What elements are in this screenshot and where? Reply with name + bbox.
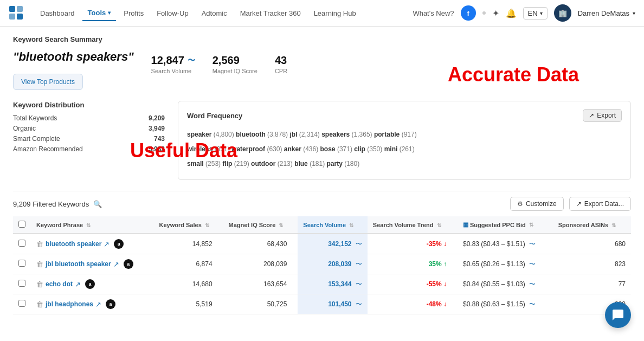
th-keyword-sales[interactable]: Keyword Sales ⇅ (154, 216, 223, 234)
search-volume-stat: 12,847 〜 Search Volume (151, 54, 195, 74)
user-chevron-icon: ▾ (633, 10, 635, 16)
tools-dropdown-icon: ▾ (108, 10, 111, 16)
wf-line: small (253) flip (219) outdoor (213) blu… (187, 158, 622, 170)
kd-row: Organic 3,949 (13, 125, 165, 132)
row-keyword-sales: 6,874 (154, 254, 223, 274)
th-keyword-phrase[interactable]: Keyword Phrase ⇅ (31, 216, 154, 234)
amazon-badge[interactable]: a (106, 299, 115, 309)
filtered-count: 9,209 Filtered Keywords 🔍 (13, 200, 102, 208)
nav-dashboard[interactable]: Dashboard (35, 6, 80, 21)
external-link-icon[interactable]: ↗ (95, 300, 101, 308)
avatar: 🏢 (554, 4, 571, 22)
row-checkbox[interactable] (18, 300, 25, 307)
facebook-icon[interactable]: f (461, 5, 476, 21)
nav-learning-hub[interactable]: Learning Hub (308, 6, 362, 21)
row-checkbox[interactable] (18, 240, 25, 247)
row-keyword-sales: 14,852 (154, 234, 223, 254)
export-data-icon: ↗ (576, 200, 582, 208)
row-magnet-iq: 68,430 (223, 234, 298, 254)
ppc-sparkline-icon: 〜 (529, 260, 536, 268)
keyword-distribution-title: Keyword Distribution (13, 101, 165, 109)
keywords-table: Keyword Phrase ⇅ Keyword Sales ⇅ Magnet … (13, 216, 631, 314)
keyword-link[interactable]: jbl bluetooth speaker (46, 260, 111, 268)
nav-profits[interactable]: Profits (118, 6, 149, 21)
row-ppc-bid: $0.88 ($0.63 – $1.15) 〜 (458, 294, 553, 314)
th-ppc-bid[interactable]: ▦ Suggested PPC Bid ⇅ (458, 216, 553, 234)
ppc-sparkline-icon: 〜 (529, 280, 536, 288)
nav-market-tracker[interactable]: Market Tracker 360 (235, 6, 306, 21)
customize-button[interactable]: ⚙ Customize (510, 197, 564, 211)
nav-tools[interactable]: Tools ▾ (82, 5, 117, 21)
nav-followup[interactable]: Follow-Up (151, 6, 194, 21)
select-all-checkbox[interactable] (18, 221, 25, 228)
magnet-iq-stat: 2,569 Magnet IQ Score (212, 54, 257, 74)
sort-icon: ⇅ (205, 222, 209, 228)
table-search-icon[interactable]: 🔍 (93, 200, 102, 208)
table-header-row: 9,209 Filtered Keywords 🔍 ⚙ Customize ↗ … (13, 191, 631, 216)
language-selector[interactable]: EN ▾ (523, 7, 548, 20)
svg-rect-0 (9, 6, 15, 12)
delete-icon[interactable]: 🗑 (36, 260, 43, 268)
search-volume-sparkline-icon: 〜 (356, 300, 362, 308)
keyword-link[interactable]: echo dot (46, 280, 73, 288)
wf-line: speaker (4,800) bluetooth (3,878) jbl (2… (187, 128, 622, 141)
th-search-volume[interactable]: Search Volume ⇅ (298, 216, 368, 234)
row-sponsored-asins: 823 (553, 254, 631, 274)
table-actions: ⚙ Customize ↗ Export Data... (510, 197, 631, 211)
external-link-icon[interactable]: ↗ (104, 240, 110, 248)
amazon-badge[interactable]: a (114, 239, 124, 249)
th-search-volume-trend[interactable]: Search Volume Trend ⇅ (368, 216, 458, 234)
sort-icon: ⇅ (437, 222, 441, 228)
keyword-link[interactable]: jbl headphones (46, 300, 93, 308)
search-volume-sparkline-icon: 〜 (356, 280, 362, 288)
ppc-icon: ▦ (463, 221, 468, 228)
search-volume-trend-icon: 〜 (188, 56, 195, 66)
sort-icon: ⇅ (279, 222, 283, 228)
row-magnet-iq: 163,654 (223, 274, 298, 294)
user-menu[interactable]: Darren DeMatas ▾ (578, 9, 635, 17)
th-magnet-iq[interactable]: Magnet IQ Score ⇅ (223, 216, 298, 234)
row-search-volume: 208,039 〜 (298, 254, 368, 274)
row-trend: -35% ↓ (368, 234, 458, 254)
sort-icon: ⇅ (349, 222, 353, 228)
row-checkbox[interactable] (18, 260, 25, 267)
keyword-link[interactable]: bluetooth speaker (46, 240, 101, 248)
th-sponsored-asins[interactable]: Sponsored ASINs ⇅ (553, 216, 631, 234)
sort-icon: ⇅ (529, 222, 533, 228)
delete-icon[interactable]: 🗑 (36, 280, 43, 288)
export-data-button[interactable]: ↗ Export Data... (569, 197, 631, 211)
keyword-stats: 12,847 〜 Search Volume 2,569 Magnet IQ S… (151, 54, 288, 74)
row-search-volume: 101,450 〜 (298, 294, 368, 314)
external-link-icon[interactable]: ↗ (75, 280, 81, 288)
navbar: Dashboard Tools ▾ Profits Follow-Up Adto… (0, 0, 644, 27)
delete-icon[interactable]: 🗑 (36, 240, 43, 248)
view-top-products-button[interactable]: View Top Products (13, 74, 83, 90)
kd-row: Smart Complete 743 (13, 135, 165, 143)
logo[interactable] (9, 5, 24, 21)
row-trend: 35% ↑ (368, 254, 458, 274)
search-volume-sparkline-icon: 〜 (356, 240, 362, 248)
ai-icon[interactable]: ✦ (492, 8, 499, 18)
export-icon: ↗ (589, 112, 594, 119)
keyword-summary-header: "bluetooth speakers" View Top Products 1… (13, 50, 631, 90)
amazon-badge[interactable]: a (124, 259, 133, 269)
row-ppc-bid: $0.84 ($0.55 – $1.03) 〜 (458, 274, 553, 294)
external-link-icon[interactable]: ↗ (113, 260, 119, 268)
row-checkbox-cell (13, 234, 31, 254)
amazon-badge[interactable]: a (85, 279, 95, 289)
delete-icon[interactable]: 🗑 (36, 300, 43, 308)
row-ppc-bid: $0.83 ($0.43 – $1.51) 〜 (458, 234, 553, 254)
nav-items: Dashboard Tools ▾ Profits Follow-Up Adto… (35, 5, 413, 21)
nav-adtomic[interactable]: Adtomic (196, 6, 233, 21)
search-volume-sparkline-icon: 〜 (356, 260, 362, 268)
table-row: 🗑 echo dot ↗ a 14,680 163,654 153,344 〜 … (13, 274, 631, 294)
row-checkbox[interactable] (18, 280, 25, 287)
word-frequency-export-button[interactable]: ↗ Export (583, 109, 622, 122)
notification-bell-icon[interactable]: 🔔 (506, 8, 517, 18)
whats-new-link[interactable]: What's New? (413, 9, 454, 17)
chat-bubble-button[interactable] (605, 302, 631, 328)
nav-right: What's New? f ✦ 🔔 EN ▾ 🏢 Darren DeMatas … (413, 4, 635, 22)
row-ppc-bid: $0.65 ($0.26 – $1.13) 〜 (458, 254, 553, 274)
row-keyword-sales: 14,680 (154, 274, 223, 294)
section-title: Keyword Search Summary (13, 35, 631, 43)
